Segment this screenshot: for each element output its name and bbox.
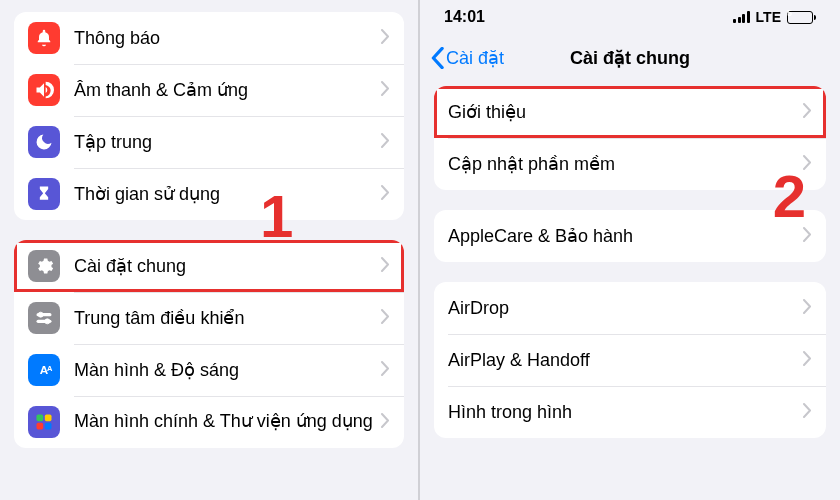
settings-general-panel: 14:01 LTE 5 Cài đặt Cài đặt chung Giới t… bbox=[420, 0, 840, 500]
chevron-right-icon bbox=[803, 299, 812, 318]
back-label: Cài đặt bbox=[446, 47, 504, 69]
row-home-screen[interactable]: Màn hình chính & Thư viện ứng dụng bbox=[14, 396, 404, 448]
chevron-right-icon bbox=[381, 257, 390, 276]
chevron-right-icon bbox=[381, 309, 390, 328]
gear-icon bbox=[28, 250, 60, 282]
row-about[interactable]: Giới thiệu bbox=[434, 86, 826, 138]
row-label: Âm thanh & Cảm ứng bbox=[74, 79, 381, 101]
settings-group-general: Cài đặt chung Trung tâm điều khiển Màn h… bbox=[14, 240, 404, 448]
row-screentime[interactable]: Thời gian sử dụng bbox=[14, 168, 404, 220]
chevron-right-icon bbox=[381, 81, 390, 100]
row-label: Cập nhật phần mềm bbox=[448, 153, 803, 175]
chevron-left-icon bbox=[430, 47, 444, 69]
row-label: Trung tâm điều khiển bbox=[74, 307, 381, 329]
row-software-update[interactable]: Cập nhật phần mềm bbox=[434, 138, 826, 190]
row-label: Thông báo bbox=[74, 28, 381, 49]
row-airdrop[interactable]: AirDrop bbox=[434, 282, 826, 334]
row-display[interactable]: Màn hình & Độ sáng bbox=[14, 344, 404, 396]
chevron-right-icon bbox=[381, 413, 390, 432]
status-bar: 14:01 LTE 5 bbox=[420, 0, 840, 34]
general-group-1: Giới thiệu Cập nhật phần mềm bbox=[434, 86, 826, 190]
text-size-icon bbox=[28, 354, 60, 386]
chevron-right-icon bbox=[381, 133, 390, 152]
sliders-icon bbox=[28, 302, 60, 334]
row-pip[interactable]: Hình trong hình bbox=[434, 386, 826, 438]
row-label: Thời gian sử dụng bbox=[74, 183, 381, 205]
chevron-right-icon bbox=[803, 403, 812, 422]
row-applecare[interactable]: AppleCare & Bảo hành bbox=[434, 210, 826, 262]
chevron-right-icon bbox=[803, 227, 812, 246]
speaker-icon bbox=[28, 74, 60, 106]
row-focus[interactable]: Tập trung bbox=[14, 116, 404, 168]
chevron-right-icon bbox=[803, 103, 812, 122]
row-control-center[interactable]: Trung tâm điều khiển bbox=[14, 292, 404, 344]
row-label: AppleCare & Bảo hành bbox=[448, 225, 803, 247]
row-label: Màn hình chính & Thư viện ứng dụng bbox=[74, 405, 381, 439]
row-label: Tập trung bbox=[74, 131, 381, 153]
chevron-right-icon bbox=[803, 351, 812, 370]
moon-icon bbox=[28, 126, 60, 158]
row-label: AirDrop bbox=[448, 298, 803, 319]
general-group-3: AirDrop AirPlay & Handoff Hình trong hìn… bbox=[434, 282, 826, 438]
signal-icon bbox=[733, 11, 750, 23]
row-label: Hình trong hình bbox=[448, 402, 803, 423]
hourglass-icon bbox=[28, 178, 60, 210]
status-time: 14:01 bbox=[444, 8, 485, 26]
nav-bar: Cài đặt Cài đặt chung bbox=[420, 34, 840, 82]
grid-icon bbox=[28, 406, 60, 438]
row-sounds[interactable]: Âm thanh & Cảm ứng bbox=[14, 64, 404, 116]
chevron-right-icon bbox=[381, 361, 390, 380]
chevron-right-icon bbox=[381, 185, 390, 204]
row-general[interactable]: Cài đặt chung bbox=[14, 240, 404, 292]
settings-group-notifications: Thông báo Âm thanh & Cảm ứng Tập trung T… bbox=[14, 12, 404, 220]
row-label: AirPlay & Handoff bbox=[448, 350, 803, 371]
general-group-2: AppleCare & Bảo hành bbox=[434, 210, 826, 262]
row-label: Màn hình & Độ sáng bbox=[74, 359, 381, 381]
row-airplay[interactable]: AirPlay & Handoff bbox=[434, 334, 826, 386]
battery-icon: 5 bbox=[787, 11, 816, 24]
chevron-right-icon bbox=[803, 155, 812, 174]
bell-icon bbox=[28, 22, 60, 54]
back-button[interactable]: Cài đặt bbox=[430, 47, 504, 69]
page-title: Cài đặt chung bbox=[570, 47, 690, 69]
settings-main-panel: Thông báo Âm thanh & Cảm ứng Tập trung T… bbox=[0, 0, 420, 500]
row-notifications[interactable]: Thông báo bbox=[14, 12, 404, 64]
network-type: LTE bbox=[756, 9, 781, 25]
row-label: Giới thiệu bbox=[448, 101, 803, 123]
row-label: Cài đặt chung bbox=[74, 255, 381, 277]
chevron-right-icon bbox=[381, 29, 390, 48]
